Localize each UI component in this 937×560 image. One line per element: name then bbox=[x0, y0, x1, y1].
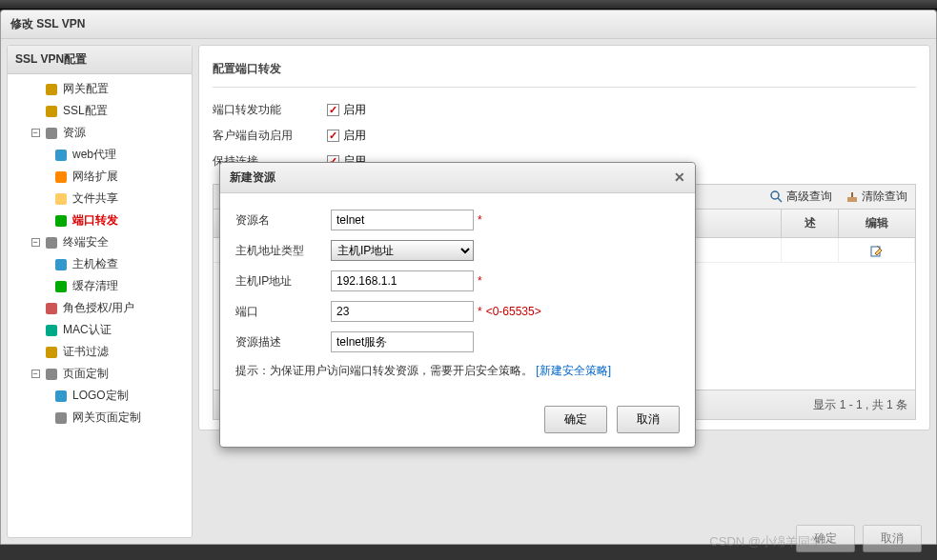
svg-rect-11 bbox=[46, 325, 57, 336]
close-icon[interactable]: ✕ bbox=[674, 170, 685, 186]
svg-rect-12 bbox=[46, 347, 57, 358]
svg-rect-7 bbox=[46, 237, 57, 249]
sidebar-item-终端安全[interactable]: −终端安全 bbox=[8, 231, 192, 253]
sidebar-item-label: 主机检查 bbox=[72, 256, 118, 272]
sidebar-item-label: SSL配置 bbox=[63, 103, 108, 119]
advanced-search-label: 高级查询 bbox=[786, 189, 832, 205]
svg-point-16 bbox=[771, 191, 779, 199]
sidebar-item-label: 文件共享 bbox=[72, 190, 118, 207]
svg-rect-14 bbox=[55, 390, 67, 402]
sidebar-item-LOGO定制[interactable]: LOGO定制 bbox=[8, 385, 192, 407]
window-title: 修改 SSL VPN bbox=[1, 10, 936, 39]
enable-checkbox[interactable]: ✓ bbox=[327, 130, 339, 142]
layout-icon bbox=[53, 410, 69, 426]
sidebar-item-主机检查[interactable]: 主机检查 bbox=[8, 253, 192, 275]
globe-blue-icon bbox=[53, 148, 69, 163]
sidebar-item-角色授权/用户[interactable]: 角色授权/用户 bbox=[8, 297, 192, 319]
search-icon bbox=[770, 190, 784, 204]
app-topbar bbox=[0, 0, 937, 10]
resource-name-input[interactable] bbox=[331, 210, 474, 230]
sidebar-item-label: 网关配置 bbox=[63, 81, 109, 97]
svg-rect-0 bbox=[46, 84, 57, 95]
cert-icon bbox=[44, 345, 59, 360]
port-input[interactable] bbox=[331, 301, 474, 322]
edit-icon[interactable] bbox=[870, 244, 884, 257]
svg-rect-4 bbox=[55, 171, 67, 183]
db-icon bbox=[44, 126, 59, 141]
enable-checkbox[interactable]: ✓ bbox=[327, 104, 339, 116]
sidebar-item-网关页面定制[interactable]: 网关页面定制 bbox=[8, 407, 192, 429]
svg-rect-15 bbox=[55, 412, 67, 424]
sidebar-title: SSL VPN配置 bbox=[8, 46, 192, 74]
svg-rect-18 bbox=[847, 197, 857, 202]
svg-rect-9 bbox=[55, 281, 67, 292]
required-mark: * bbox=[478, 213, 482, 227]
sidebar-item-证书过滤[interactable]: 证书过滤 bbox=[8, 341, 192, 363]
logo-icon bbox=[53, 389, 69, 404]
sidebar: SSL VPN配置 网关配置SSL配置−资源web代理网络扩展文件共享端口转发−… bbox=[7, 45, 193, 538]
desc-label: 资源描述 bbox=[235, 334, 331, 350]
advanced-search-link[interactable]: 高级查询 bbox=[770, 189, 832, 205]
window-ok-button[interactable]: 确定 bbox=[796, 525, 855, 552]
sidebar-item-web代理[interactable]: web代理 bbox=[8, 144, 192, 166]
config-row-端口转发功能: 端口转发功能✓启用 bbox=[213, 97, 916, 123]
card-icon bbox=[44, 323, 59, 338]
monitor-icon bbox=[44, 235, 59, 250]
sidebar-item-label: 页面定制 bbox=[63, 366, 109, 382]
new-policy-link[interactable]: [新建安全策略] bbox=[536, 364, 611, 377]
collapse-icon[interactable]: − bbox=[29, 127, 42, 140]
sidebar-item-label: 证书过滤 bbox=[63, 344, 109, 360]
broom-icon bbox=[845, 190, 859, 204]
svg-rect-2 bbox=[46, 128, 57, 139]
sidebar-item-文件共享[interactable]: 文件共享 bbox=[8, 188, 192, 210]
host-ip-label: 主机IP地址 bbox=[235, 273, 331, 290]
recycle-icon bbox=[53, 279, 69, 294]
config-label: 端口转发功能 bbox=[213, 102, 327, 118]
modal-cancel-button[interactable]: 取消 bbox=[617, 406, 680, 433]
addr-type-select[interactable]: 主机IP地址 bbox=[331, 240, 474, 261]
sidebar-item-label: 网络扩展 bbox=[72, 169, 118, 185]
desc-input[interactable] bbox=[331, 331, 474, 352]
port-label: 端口 bbox=[235, 304, 331, 320]
sidebar-item-端口转发[interactable]: 端口转发 bbox=[8, 210, 192, 231]
globe-orange-icon bbox=[53, 170, 69, 185]
sidebar-item-label: 网关页面定制 bbox=[72, 410, 141, 426]
svg-rect-10 bbox=[46, 303, 57, 314]
config-label: 客户端自动启用 bbox=[213, 128, 327, 144]
section-title: 配置端口转发 bbox=[213, 55, 916, 88]
enable-text: 启用 bbox=[343, 102, 366, 118]
modal-title: 新建资源 bbox=[230, 170, 275, 186]
sidebar-item-网关配置[interactable]: 网关配置 bbox=[8, 78, 192, 100]
clear-search-label: 清除查询 bbox=[862, 189, 907, 205]
window-footer-buttons: 确定 取消 bbox=[796, 525, 922, 552]
page-icon bbox=[44, 367, 59, 382]
modal-ok-button[interactable]: 确定 bbox=[544, 406, 607, 433]
sidebar-item-缓存清理[interactable]: 缓存清理 bbox=[8, 275, 192, 297]
clear-search-link[interactable]: 清除查询 bbox=[845, 189, 907, 205]
window-cancel-button[interactable]: 取消 bbox=[863, 525, 922, 552]
col-desc: 述 bbox=[782, 210, 839, 237]
sidebar-item-资源[interactable]: −资源 bbox=[8, 122, 192, 144]
sidebar-item-label: 角色授权/用户 bbox=[63, 300, 134, 316]
svg-rect-5 bbox=[55, 193, 67, 205]
svg-rect-3 bbox=[55, 150, 67, 161]
required-mark: * bbox=[478, 305, 482, 318]
config-row-客户端自动启用: 客户端自动启用✓启用 bbox=[213, 123, 916, 149]
sidebar-item-页面定制[interactable]: −页面定制 bbox=[8, 363, 192, 385]
sidebar-item-MAC认证[interactable]: MAC认证 bbox=[8, 319, 192, 341]
svg-line-17 bbox=[778, 198, 782, 202]
host-ip-input[interactable] bbox=[331, 270, 474, 291]
sidebar-item-网络扩展[interactable]: 网络扩展 bbox=[8, 166, 192, 188]
collapse-icon[interactable]: − bbox=[29, 236, 42, 250]
modal-tip: 提示：为保证用户访问端口转发资源，需要开启安全策略。 bbox=[235, 364, 533, 377]
resource-name-label: 资源名 bbox=[235, 212, 331, 229]
folder-icon bbox=[53, 191, 69, 207]
plug-icon bbox=[53, 213, 69, 229]
sidebar-item-SSL配置[interactable]: SSL配置 bbox=[8, 100, 192, 122]
collapse-icon[interactable]: − bbox=[29, 368, 42, 381]
user-icon bbox=[44, 301, 59, 316]
globe-gear-icon bbox=[44, 82, 59, 97]
col-edit: 编辑 bbox=[839, 210, 915, 237]
sidebar-item-label: 端口转发 bbox=[72, 212, 118, 229]
new-resource-modal: 新建资源 ✕ 资源名 * 主机地址类型 主机IP地址 主机IP地址 * 端口 *… bbox=[219, 162, 696, 448]
